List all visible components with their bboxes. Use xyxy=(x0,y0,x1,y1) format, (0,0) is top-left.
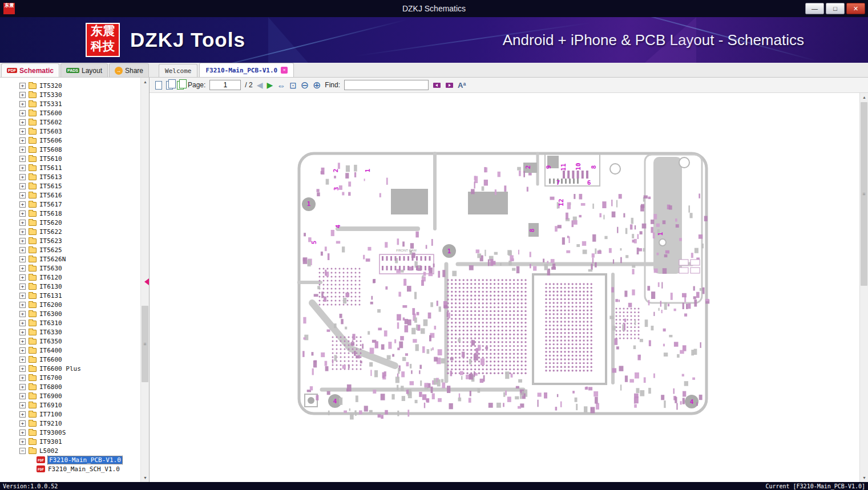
tree-item[interactable]: +IT5615 xyxy=(0,181,140,191)
tree-item[interactable]: +IT6800 xyxy=(0,382,140,391)
tree-item[interactable]: +IT6310 xyxy=(0,318,140,327)
tree-item[interactable]: +IT5625 xyxy=(0,245,140,254)
ribbon-tab-layout[interactable]: PADSLayout xyxy=(60,63,108,77)
tree-item[interactable]: +IT6300 xyxy=(0,309,140,318)
page-input[interactable] xyxy=(209,80,241,90)
expand-icon[interactable]: + xyxy=(19,83,26,89)
zoom-out-button[interactable]: ⊖ xyxy=(301,80,309,90)
tree-item[interactable]: +IT9301 xyxy=(0,437,140,446)
minimize-button[interactable]: — xyxy=(805,3,824,14)
find-next-icon[interactable] xyxy=(445,82,454,89)
expand-icon[interactable]: + xyxy=(19,347,26,354)
close-tab-icon[interactable]: ✕ xyxy=(281,67,288,74)
tree-item[interactable]: +IT5622 xyxy=(0,227,140,236)
scroll-up-icon[interactable]: ▲ xyxy=(141,78,150,86)
expand-icon[interactable]: + xyxy=(19,366,26,372)
expand-icon[interactable]: + xyxy=(19,119,26,125)
tree-item[interactable]: +IT5611 xyxy=(0,163,140,172)
next-page-button[interactable]: ▶ xyxy=(267,81,273,89)
expand-icon[interactable]: + xyxy=(19,265,26,272)
scroll-thumb[interactable]: ≡ xyxy=(861,102,867,286)
expand-icon[interactable]: + xyxy=(19,229,26,235)
expand-icon[interactable]: + xyxy=(19,274,26,281)
scroll-up-icon[interactable]: ▲ xyxy=(860,93,868,102)
fit-page-button[interactable]: ⊡ xyxy=(289,81,297,90)
tree-item[interactable]: +IT6120 xyxy=(0,273,140,282)
tree-item[interactable]: +IT5610 xyxy=(0,154,140,163)
expand-icon[interactable]: + xyxy=(19,101,26,107)
expand-icon[interactable]: + xyxy=(19,402,26,408)
expand-icon[interactable]: + xyxy=(19,92,26,98)
document-tab[interactable]: F3210-Main_PCB-V1.0✕ xyxy=(199,63,294,77)
expand-icon[interactable]: + xyxy=(19,201,26,208)
tree-file[interactable]: PDFF3210_Main_SCH_V1.0 xyxy=(0,464,140,473)
expand-icon[interactable]: + xyxy=(19,174,26,180)
tree-item[interactable]: +IT5626N xyxy=(0,254,140,264)
tree-item[interactable]: +IT5630 xyxy=(0,264,140,273)
expand-icon[interactable]: + xyxy=(19,393,26,399)
tree-item[interactable]: +IT6600 Plus xyxy=(0,364,140,373)
tree-item[interactable]: −L5002 xyxy=(0,446,140,455)
tree-item[interactable]: +IT5616 xyxy=(0,191,140,200)
expand-icon[interactable]: + xyxy=(19,293,26,299)
previous-page-button[interactable]: ◀ xyxy=(257,81,263,89)
tree-item[interactable]: +IT6600 xyxy=(0,355,140,364)
tree-item[interactable]: +IT5330 xyxy=(0,90,140,99)
continuous-pages-icon[interactable] xyxy=(177,81,184,90)
tree-item[interactable]: +IT5623 xyxy=(0,236,140,245)
tree-item[interactable]: +IT5608 xyxy=(0,145,140,154)
expand-icon[interactable]: + xyxy=(19,156,26,162)
tree-item[interactable]: +IT5613 xyxy=(0,172,140,181)
expand-icon[interactable]: + xyxy=(19,210,26,217)
expand-icon[interactable]: + xyxy=(19,256,26,262)
splitter-collapse-arrow[interactable] xyxy=(144,278,149,285)
expand-icon[interactable]: + xyxy=(19,439,26,445)
tree-item[interactable]: +IT6700 xyxy=(0,373,140,382)
sidebar-scroll-thumb[interactable]: ≡ xyxy=(142,306,148,382)
tree-item[interactable]: +IT5600 xyxy=(0,108,140,118)
vertical-scrollbar[interactable]: ▲ ≡ ▼ xyxy=(859,93,868,482)
tree-item[interactable]: +IT6131 xyxy=(0,291,140,300)
expand-icon[interactable]: − xyxy=(19,448,26,454)
tree-item[interactable]: +IT6400 xyxy=(0,346,140,355)
tree-item[interactable]: +IT5617 xyxy=(0,200,140,209)
pdf-canvas[interactable]: 2134152911108761281144FRONT CAM xyxy=(150,93,868,482)
tree-item[interactable]: +IT5606 xyxy=(0,136,140,145)
expand-icon[interactable]: + xyxy=(19,375,26,381)
tree-item[interactable]: +IT5603 xyxy=(0,127,140,136)
expand-icon[interactable]: + xyxy=(19,357,26,363)
tree-item[interactable]: +IT5620 xyxy=(0,218,140,227)
tree-item[interactable]: +IT5618 xyxy=(0,209,140,218)
ribbon-tab-share[interactable]: →Share xyxy=(109,63,149,77)
expand-icon[interactable]: + xyxy=(19,329,26,335)
expand-icon[interactable]: + xyxy=(19,128,26,135)
tree-item[interactable]: +IT6130 xyxy=(0,282,140,291)
tree-item[interactable]: +IT6350 xyxy=(0,337,140,346)
expand-icon[interactable]: + xyxy=(19,311,26,317)
expand-icon[interactable]: + xyxy=(19,320,26,326)
match-case-button[interactable]: Aª xyxy=(458,81,466,90)
expand-icon[interactable]: + xyxy=(19,302,26,308)
close-button[interactable]: ✕ xyxy=(846,3,865,14)
expand-icon[interactable]: + xyxy=(19,384,26,390)
expand-icon[interactable]: + xyxy=(19,247,26,253)
tree-item[interactable]: +IT5331 xyxy=(0,99,140,108)
tree-item[interactable]: +IT9210 xyxy=(0,419,140,428)
scroll-down-icon[interactable]: ▼ xyxy=(860,473,868,482)
tree-item[interactable]: +IT6200 xyxy=(0,300,140,309)
scroll-down-icon[interactable]: ▼ xyxy=(141,473,150,482)
find-previous-icon[interactable] xyxy=(433,82,441,89)
expand-icon[interactable]: + xyxy=(19,110,26,116)
single-page-icon[interactable] xyxy=(155,81,162,90)
tree-item[interactable]: +IT9300S xyxy=(0,428,140,437)
tree-file[interactable]: PDFF3210-Main_PCB-V1.0 xyxy=(0,455,140,464)
tree-item[interactable]: +IT5320 xyxy=(0,81,140,90)
find-input[interactable] xyxy=(344,80,429,90)
expand-icon[interactable]: + xyxy=(19,220,26,226)
expand-icon[interactable]: + xyxy=(19,238,26,244)
expand-icon[interactable]: + xyxy=(19,137,26,144)
tree-item[interactable]: +IT6900 xyxy=(0,391,140,400)
expand-icon[interactable]: + xyxy=(19,420,26,427)
expand-icon[interactable]: + xyxy=(19,165,26,171)
expand-icon[interactable]: + xyxy=(19,284,26,290)
